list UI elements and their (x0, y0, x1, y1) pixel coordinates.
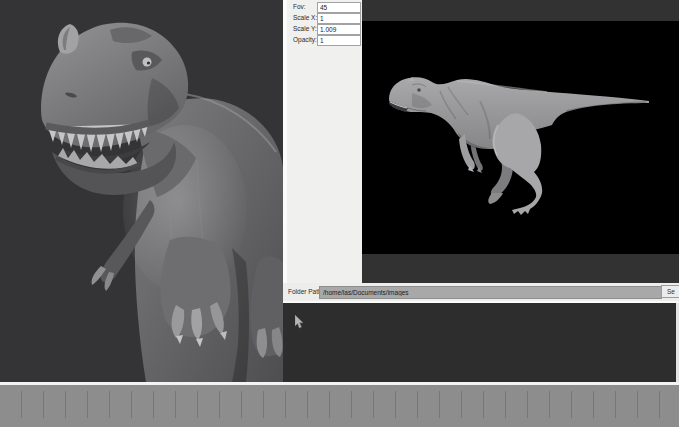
opacity-label: Opacity: (293, 36, 317, 43)
left-3d-viewport[interactable] (0, 0, 283, 382)
folder-set-button[interactable]: Se (661, 285, 679, 298)
scale-x-input[interactable] (317, 13, 361, 24)
left-dinosaur-model (0, 0, 283, 382)
bottom-panel-area (283, 301, 679, 382)
field-row-scale-x: Scale X: (283, 13, 362, 22)
right-dinosaur-model (362, 21, 679, 254)
properties-panel: Fov: Scale X: Scale Y: Opacity: (283, 0, 362, 283)
mouse-cursor-icon (295, 315, 307, 331)
folder-path-input[interactable] (319, 286, 662, 299)
render-frame-bottom (362, 254, 679, 283)
fov-input[interactable] (317, 2, 361, 13)
folder-path-bar: Folder Path: Se (283, 283, 679, 301)
field-row-fov: Fov: (283, 2, 362, 11)
scale-y-input[interactable] (317, 24, 361, 35)
scale-y-label: Scale Y: (293, 25, 317, 32)
timeline-strip[interactable] (0, 382, 679, 427)
scale-x-label: Scale X: (293, 14, 317, 21)
field-row-opacity: Opacity: (283, 35, 362, 44)
render-preview-viewport[interactable] (362, 21, 679, 254)
fov-label: Fov: (293, 3, 306, 10)
app-window: Fov: Scale X: Scale Y: Opacity: (0, 0, 679, 427)
timeline-ticks (0, 391, 679, 418)
field-row-scale-y: Scale Y: (283, 24, 362, 33)
opacity-input[interactable] (317, 35, 361, 46)
render-frame-top (362, 0, 679, 21)
